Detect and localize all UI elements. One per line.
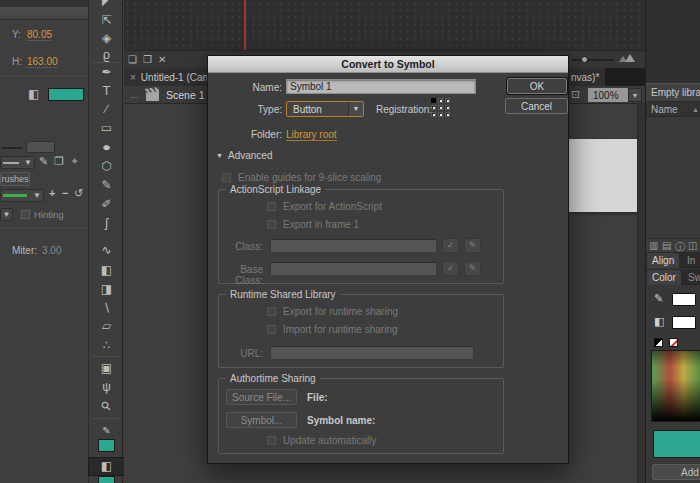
document-tab-fragment[interactable]: nvas)* bbox=[569, 68, 605, 86]
stage-scrollbar[interactable] bbox=[637, 104, 645, 483]
new-layer-icon[interactable]: ❏ bbox=[128, 54, 137, 65]
add-swatch-button[interactable]: Add bbox=[652, 464, 700, 480]
export-in-frame1-checkbox[interactable] bbox=[267, 220, 276, 229]
registration-point[interactable] bbox=[445, 98, 450, 103]
h-value[interactable]: 163.00 bbox=[27, 56, 58, 68]
dialog-title-bar[interactable]: Convert to Symbol bbox=[208, 56, 568, 73]
subselection-tool[interactable]: ⇱ bbox=[89, 12, 124, 29]
oval-tool[interactable]: ● bbox=[85, 139, 129, 156]
fill-color-icon[interactable]: ◧ bbox=[654, 315, 664, 328]
registration-point[interactable] bbox=[431, 98, 436, 103]
new-folder-icon[interactable]: ❐ bbox=[143, 54, 152, 65]
add-brush-icon[interactable]: + bbox=[49, 187, 55, 199]
zoom-dropdown-arrow[interactable]: ▼ bbox=[628, 88, 642, 102]
text-tool[interactable]: T bbox=[89, 82, 124, 99]
miter-value[interactable]: 3.00 bbox=[42, 245, 61, 256]
y-value[interactable]: 80.05 bbox=[27, 29, 52, 41]
tab-align[interactable]: Align bbox=[647, 253, 679, 268]
current-color-swatch[interactable] bbox=[653, 430, 700, 458]
selection-tool[interactable]: ◤ bbox=[89, 0, 124, 10]
zoom-level-value[interactable]: 100% bbox=[588, 88, 628, 102]
brush-tool[interactable]: ✐ bbox=[89, 196, 124, 213]
library-name-column-header[interactable]: Name ▲ bbox=[646, 102, 700, 117]
back-arrow-icon[interactable]: ← bbox=[129, 89, 140, 101]
tab-info[interactable]: In bbox=[682, 253, 700, 268]
url-input[interactable] bbox=[270, 346, 474, 360]
registration-point[interactable] bbox=[438, 105, 443, 110]
class-input[interactable] bbox=[270, 239, 437, 253]
frame-view-icon[interactable] bbox=[625, 54, 635, 62]
registration-point[interactable] bbox=[445, 112, 450, 117]
library-panel-header[interactable]: Empty libra bbox=[646, 83, 700, 102]
timeline-frames[interactable] bbox=[124, 0, 700, 50]
edit-stroke-icon[interactable]: ✎ bbox=[39, 155, 48, 168]
nine-slice-checkbox[interactable] bbox=[222, 173, 231, 182]
frame-size-slider-handle[interactable] bbox=[581, 56, 588, 63]
registration-point[interactable] bbox=[431, 112, 436, 117]
center-frame-icon[interactable]: ⊡ bbox=[571, 88, 580, 101]
fill-color-swatch[interactable] bbox=[98, 476, 115, 483]
stroke-style-dropdown[interactable]: ▼ bbox=[0, 156, 35, 169]
registration-point[interactable] bbox=[438, 98, 443, 103]
fill-bucket-icon[interactable]: ◧ bbox=[28, 87, 39, 101]
edit-base-class-button[interactable]: ✎ bbox=[464, 261, 481, 276]
close-icon[interactable]: × bbox=[130, 72, 136, 83]
fill-color-swatch[interactable] bbox=[48, 88, 84, 101]
stroke-color-icon[interactable]: ✎ bbox=[89, 422, 124, 439]
import-runtime-checkbox[interactable] bbox=[267, 325, 276, 334]
registration-point[interactable] bbox=[438, 112, 443, 117]
stroke-color-icon[interactable]: ✎ bbox=[654, 292, 663, 305]
line-tool[interactable]: ∕ bbox=[89, 101, 124, 118]
type-dropdown[interactable]: Button ▼ bbox=[286, 101, 364, 117]
free-transform-tool[interactable]: ◈ bbox=[89, 30, 124, 47]
ink-bottle-tool[interactable]: ◨ bbox=[89, 281, 124, 298]
edit-class-button[interactable]: ✎ bbox=[464, 238, 481, 253]
polystar-tool[interactable]: ⬡ bbox=[89, 158, 124, 175]
snap-icon[interactable]: ✦ bbox=[70, 155, 79, 168]
disclosure-triangle-icon[interactable]: ▼ bbox=[216, 152, 223, 159]
advanced-label[interactable]: Advanced bbox=[228, 150, 272, 161]
frame-size-slider[interactable] bbox=[572, 59, 614, 61]
validate-base-class-button[interactable]: ✓ bbox=[442, 261, 459, 276]
base-class-input[interactable] bbox=[270, 262, 437, 276]
stroke-color-chip[interactable] bbox=[672, 293, 696, 306]
fill-color-icon[interactable]: ◧ bbox=[89, 458, 124, 475]
color-spectrum[interactable] bbox=[651, 350, 700, 422]
bone-tool[interactable]: ∿ bbox=[89, 242, 124, 259]
paint-bucket-tool[interactable]: ◧ bbox=[89, 262, 124, 279]
playhead[interactable] bbox=[244, 0, 246, 50]
folder-link[interactable]: Library root bbox=[286, 129, 337, 141]
registration-point[interactable] bbox=[445, 105, 450, 110]
stage-canvas[interactable] bbox=[569, 139, 637, 212]
rectangle-tool[interactable]: ▭ bbox=[89, 120, 124, 137]
stroke-weight-slider[interactable] bbox=[2, 147, 22, 149]
scroll-up-icon[interactable]: ▲ bbox=[692, 106, 699, 113]
library-item-list[interactable] bbox=[646, 117, 700, 238]
stroke-color-swatch[interactable] bbox=[98, 439, 115, 452]
delete-item-icon[interactable]: ◫ bbox=[688, 240, 697, 251]
eraser-tool[interactable]: ▱ bbox=[89, 318, 124, 335]
symbol-button[interactable]: Symbol... bbox=[226, 412, 297, 428]
panel-section-header[interactable] bbox=[0, 7, 88, 20]
ok-button[interactable]: OK bbox=[507, 78, 567, 94]
camera-tool[interactable]: ▣ bbox=[89, 360, 124, 377]
fill-color-chip[interactable] bbox=[672, 316, 696, 329]
stroke-weight-field[interactable] bbox=[26, 141, 55, 153]
source-file-button[interactable]: Source File... bbox=[226, 389, 297, 405]
paint-brush-tool[interactable]: ʃ bbox=[89, 215, 124, 232]
new-symbol-icon[interactable]: ▥ bbox=[649, 240, 658, 251]
eyedropper-tool[interactable]: ∖ bbox=[89, 300, 124, 317]
new-folder-icon[interactable]: ▤ bbox=[662, 240, 671, 251]
remove-brush-icon[interactable]: − bbox=[62, 187, 68, 199]
cancel-button[interactable]: Cancel bbox=[505, 98, 568, 114]
no-color-icon[interactable] bbox=[669, 338, 678, 347]
scene-name[interactable]: Scene 1 bbox=[166, 89, 205, 101]
brush-preview-dropdown[interactable]: ▼ bbox=[0, 189, 44, 202]
export-for-actionscript-checkbox[interactable] bbox=[267, 202, 276, 211]
object-drawing-icon[interactable]: ❐ bbox=[54, 155, 64, 168]
spray-brush-tool[interactable]: ∴ bbox=[89, 337, 124, 354]
validate-class-button[interactable]: ✓ bbox=[442, 238, 459, 253]
pencil-tool[interactable]: ✎ bbox=[89, 177, 124, 194]
export-runtime-checkbox[interactable] bbox=[267, 307, 276, 316]
registration-point[interactable] bbox=[431, 105, 436, 110]
